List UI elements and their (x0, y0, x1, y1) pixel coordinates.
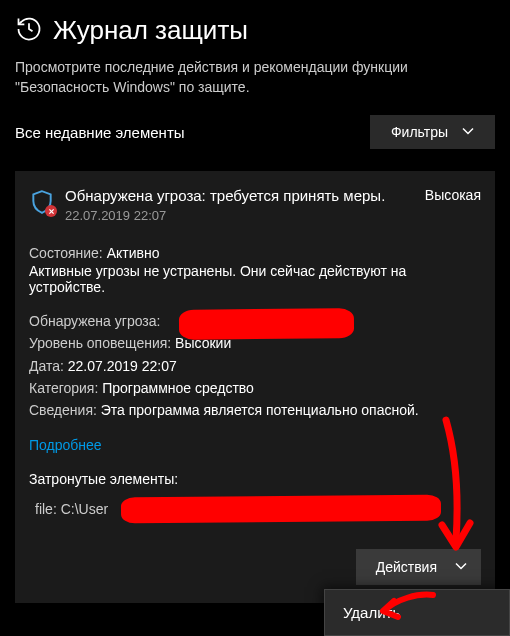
affected-file-row: file: C:\User (35, 501, 481, 517)
detected-label: Обнаружена угроза: (29, 313, 160, 329)
threat-timestamp: 22.07.2019 22:07 (65, 208, 415, 223)
status-value: Активно (107, 245, 160, 261)
category-label: Категория: (29, 380, 98, 396)
date-value: 22.07.2019 22:07 (68, 358, 177, 374)
status-description: Активные угрозы не устранены. Они сейчас… (29, 263, 481, 295)
status-block: Состояние: Активно Активные угрозы не ус… (29, 245, 481, 295)
chevron-down-icon (455, 559, 467, 575)
details-link[interactable]: Подробнее (29, 437, 102, 453)
page-subtitle: Просмотрите последние действия и рекомен… (15, 58, 495, 97)
actions-dropdown: Удалить (324, 589, 510, 636)
filters-button-label: Фильтры (391, 124, 448, 140)
threat-header: Обнаружена угроза: требуется принять мер… (29, 187, 481, 223)
status-label: Состояние: (29, 245, 103, 261)
filter-bar: Все недавние элементы Фильтры (15, 115, 495, 149)
recent-items-label: Все недавние элементы (15, 124, 185, 141)
redaction-annotation (121, 494, 441, 523)
shield-threat-icon (29, 189, 55, 215)
chevron-down-icon (462, 124, 474, 140)
page-header: Журнал защиты (15, 15, 495, 46)
dropdown-item-delete[interactable]: Удалить (325, 590, 509, 635)
date-label: Дата: (29, 358, 64, 374)
level-label: Уровень оповещения: (29, 335, 171, 351)
info-value: Эта программа является потенциально опас… (101, 402, 419, 418)
error-badge-icon (45, 205, 57, 217)
actions-row: Действия (29, 549, 481, 585)
affected-file-path: file: C:\User (35, 501, 108, 517)
redaction-annotation (179, 308, 354, 340)
category-value: Программное средство (102, 380, 254, 396)
info-label: Сведения: (29, 402, 97, 418)
actions-button[interactable]: Действия (356, 549, 481, 585)
detail-block: Обнаружена угроза: Уровень оповещения: В… (29, 311, 481, 420)
affected-title: Затронутые элементы: (29, 471, 481, 487)
actions-button-label: Действия (376, 559, 437, 575)
threat-card: Обнаружена угроза: требуется принять мер… (15, 171, 495, 602)
page-title: Журнал защиты (53, 15, 248, 46)
threat-title: Обнаружена угроза: требуется принять мер… (65, 187, 415, 204)
history-icon (15, 15, 43, 46)
threat-severity: Высокая (425, 187, 481, 203)
filters-button[interactable]: Фильтры (370, 115, 495, 149)
